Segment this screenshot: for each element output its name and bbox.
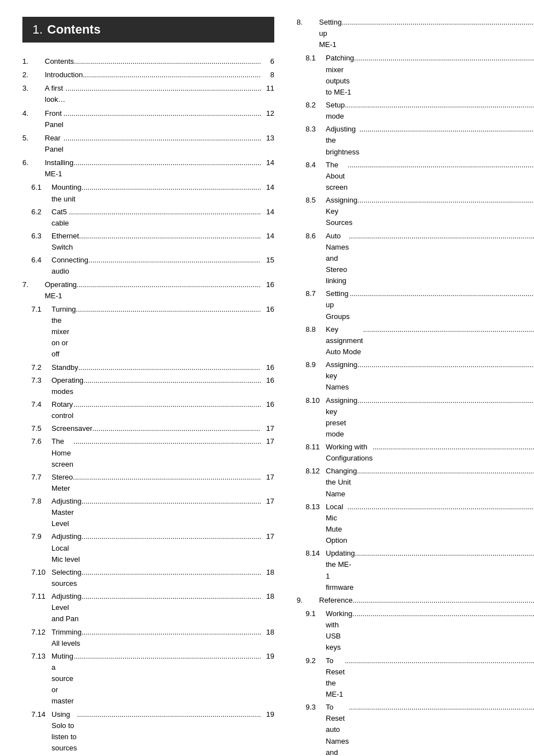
toc-dots-filler: ........................................… [74, 56, 261, 67]
toc-num: 9.3 [297, 702, 326, 713]
toc-item: 8.8Key assignment Auto Mode.............… [297, 324, 534, 358]
toc-item: 8.5Assigning Key Sources................… [297, 195, 534, 228]
page: 1.Contents 1.Contents...................… [0, 0, 534, 756]
toc-title: Selecting sources [51, 567, 81, 589]
toc-page: 18 [261, 627, 274, 638]
toc-title: Turning the mixer on or off [51, 304, 76, 360]
toc-dots-filler: ........................................… [77, 709, 261, 720]
toc-item: 9.3To Reset auto Names and Links........… [297, 702, 534, 756]
toc-dots-filler: ........................................… [76, 304, 261, 315]
toc-num: 3. [22, 83, 45, 94]
toc-title: Rear Panel [45, 133, 63, 155]
toc-title: Adjusting Level and Pan [51, 591, 81, 624]
toc-num: 5. [22, 133, 45, 144]
toc-title: Working with USB keys [326, 608, 352, 654]
toc-title: Cat5 cable [51, 206, 69, 229]
toc-page: 16 [261, 399, 274, 410]
toc-dots-filler: ........................................… [345, 655, 534, 666]
toc-item: 8.3Adjusting the brightness.............… [297, 124, 534, 157]
toc-page: 19 [261, 709, 274, 720]
toc-title: Auto Names and Stereo linking [326, 231, 349, 287]
toc-page: 17 [261, 423, 274, 434]
toc-num: 9.1 [297, 608, 326, 619]
toc-dots-filler: ........................................… [63, 133, 261, 144]
toc-page: 18 [261, 591, 274, 602]
toc-num: 7.1 [22, 304, 51, 315]
toc-dots-filler: ........................................… [347, 501, 534, 513]
toc-page: 11 [261, 83, 274, 94]
toc-title: Stereo Meter [51, 472, 73, 494]
toc-num: 7.10 [22, 567, 51, 578]
toc-item: 7.1Turning the mixer on or off..........… [22, 304, 274, 360]
toc-dots-filler: ........................................… [357, 195, 534, 206]
left-column: 1.Contents 1.Contents...................… [22, 17, 274, 756]
toc-dots-filler: ........................................… [354, 53, 534, 64]
toc-item: 7.5Screensaver..........................… [22, 423, 274, 434]
toc-title: Ethernet Switch [51, 231, 79, 253]
toc-item: 4.Front Panel...........................… [22, 108, 274, 130]
toc-dots-filler: ........................................… [81, 496, 261, 507]
toc-item: 7.3Operating modes......................… [22, 375, 274, 397]
toc-title: Assigning key preset mode [326, 395, 357, 440]
toc-page: 16 [261, 375, 274, 386]
toc-dots-filler: ........................................… [77, 279, 261, 290]
toc-item: 6.1Mounting the unit....................… [22, 182, 274, 204]
toc-title: Adjusting the brightness [326, 124, 359, 157]
toc-num: 7.11 [22, 591, 51, 602]
toc-title: Adjusting Master Level [51, 496, 81, 529]
toc-dots-filler: ........................................… [353, 595, 534, 606]
toc-num: 8.14 [297, 548, 326, 559]
toc-title: Setting up Groups [326, 288, 350, 322]
toc-num: 8.8 [297, 324, 326, 335]
toc-page: 13 [261, 133, 274, 144]
toc-title: Introduction [45, 69, 83, 81]
toc-page: 16 [261, 279, 274, 290]
toc-dots-filler: ........................................… [88, 255, 261, 266]
toc-dots-filler: ........................................… [357, 466, 534, 477]
toc-page: 15 [261, 255, 274, 266]
toc-item: 7.14Using Solo to listen to sources.....… [22, 709, 274, 754]
right-column: 8.Setting up ME-1.......................… [297, 17, 534, 756]
toc-title: Contents [45, 56, 74, 67]
toc-item: 7.7Stereo Meter.........................… [22, 472, 274, 494]
toc-num: 8.1 [297, 53, 326, 64]
toc-title: A first look… [45, 83, 65, 105]
toc-page: 17 [261, 496, 274, 507]
toc-title: Operating modes [51, 375, 83, 397]
toc-title: Setting up ME-1 [319, 17, 341, 50]
toc-dots-filler: ........................................… [345, 100, 534, 111]
toc-title: Assigning key Names [326, 359, 357, 393]
toc-title: Adjusting Local Mic level [51, 531, 81, 565]
toc-dots-filler: ........................................… [357, 359, 534, 370]
toc-num: 6. [22, 157, 45, 168]
toc-num: 7.9 [22, 531, 51, 542]
toc-dots-filler: ........................................… [81, 531, 261, 542]
toc-dots-filler: ........................................… [350, 288, 534, 299]
toc-dots-filler: ........................................… [73, 157, 261, 168]
toc-page: 17 [261, 531, 274, 542]
section-number: 1. [32, 22, 43, 36]
toc-num: 7. [22, 279, 45, 290]
toc-item: 6.3Ethernet Switch......................… [22, 231, 274, 253]
toc-num: 7.3 [22, 375, 51, 386]
toc-dots-filler: ........................................… [363, 324, 534, 335]
toc-dots-filler: ........................................… [63, 108, 261, 119]
toc-item: 6.Installing ME-1.......................… [22, 157, 274, 180]
toc-item: 9.1Working with USB keys................… [297, 608, 534, 654]
toc-num: 2. [22, 69, 45, 81]
toc-dots-filler: ........................................… [83, 69, 261, 81]
toc-title: Operating ME-1 [45, 279, 77, 302]
toc-item: 9.2To Reset the ME-1....................… [297, 655, 534, 701]
toc-num: 7.13 [22, 651, 51, 662]
toc-title: Screensaver [51, 423, 92, 434]
toc-dots-filler: ........................................… [348, 159, 534, 171]
toc-item: 8.6Auto Names and Stereo linking........… [297, 231, 534, 287]
toc-page: 14 [261, 182, 274, 193]
toc-item: 7.11Adjusting Level and Pan.............… [22, 591, 274, 624]
toc-num: 7.6 [22, 436, 51, 447]
toc-num: 8.13 [297, 501, 326, 513]
toc-item: 8.Setting up ME-1.......................… [297, 17, 534, 50]
toc-title: Standby [51, 362, 78, 373]
toc-item: 6.2Cat5 cable...........................… [22, 206, 274, 229]
toc-page: 8 [261, 69, 274, 81]
